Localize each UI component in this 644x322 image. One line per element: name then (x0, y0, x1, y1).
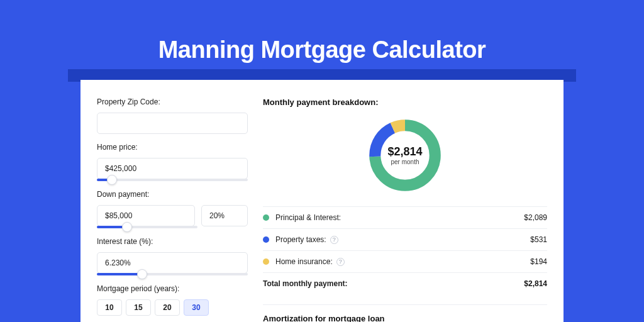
inputs-column: Property Zip Code: Home price: Down paym… (97, 97, 248, 322)
legend-row-insurance: Home insurance: ? $194 (263, 251, 547, 273)
amortization-title: Amortization for mortgage loan (263, 314, 547, 322)
term-option-10[interactable]: 10 (97, 299, 122, 316)
down-slider-thumb[interactable] (122, 222, 132, 232)
down-slider[interactable] (97, 226, 197, 228)
legend-row-total: Total monthly payment: $2,814 (263, 273, 547, 294)
term-option-30[interactable]: 30 (184, 299, 209, 316)
price-label: Home price: (97, 143, 248, 152)
down-amount-input[interactable] (97, 205, 195, 226)
down-percent-input[interactable] (201, 205, 248, 226)
legend-name: Property taxes: (275, 235, 326, 244)
legend-value: $531 (530, 235, 547, 244)
dot-icon (263, 236, 269, 243)
breakdown-column: Monthly payment breakdown: $2,814 per mo… (263, 97, 547, 322)
rate-slider[interactable] (97, 273, 248, 275)
zip-label: Property Zip Code: (97, 97, 248, 106)
term-group: Mortgage period (years): 10 15 20 30 (97, 284, 248, 316)
donut-chart-wrap: $2,814 per month (263, 113, 547, 206)
breakdown-title: Monthly payment breakdown: (263, 97, 547, 107)
dot-icon (263, 258, 269, 265)
info-icon[interactable]: ? (330, 236, 338, 244)
zip-input[interactable] (97, 113, 248, 134)
price-group: Home price: (97, 143, 248, 181)
term-options: 10 15 20 30 (97, 299, 248, 316)
legend-name: Home insurance: (275, 257, 333, 266)
legend-name: Total monthly payment: (263, 279, 347, 288)
page-title: Manning Mortgage Calculator (0, 36, 644, 64)
down-group: Down payment: (97, 190, 248, 228)
legend-value: $2,089 (524, 213, 547, 222)
rate-input[interactable] (97, 252, 248, 274)
rate-slider-thumb[interactable] (137, 269, 147, 279)
donut-chart: $2,814 per month (365, 116, 445, 195)
donut-center-amount: $2,814 (387, 145, 422, 158)
legend-value: $2,814 (524, 279, 547, 288)
term-option-20[interactable]: 20 (155, 299, 180, 316)
legend-row-taxes: Property taxes: ? $531 (263, 229, 547, 251)
price-slider[interactable] (97, 179, 248, 181)
legend-name: Principal & Interest: (275, 213, 341, 222)
donut-center: $2,814 per month (365, 116, 445, 195)
term-label: Mortgage period (years): (97, 284, 248, 293)
price-input[interactable] (97, 158, 248, 179)
calculator-card: Property Zip Code: Home price: Down paym… (80, 80, 564, 322)
rate-slider-fill (97, 273, 142, 275)
legend-row-principal: Principal & Interest: $2,089 (263, 207, 547, 229)
term-option-15[interactable]: 15 (126, 299, 151, 316)
dot-icon (263, 214, 269, 221)
legend-value: $194 (530, 257, 547, 266)
donut-center-sub: per month (391, 158, 419, 165)
down-label: Down payment: (97, 190, 248, 199)
zip-group: Property Zip Code: (97, 97, 248, 134)
breakdown-legend: Principal & Interest: $2,089 Property ta… (263, 206, 547, 294)
price-slider-thumb[interactable] (107, 175, 117, 185)
rate-group: Interest rate (%): (97, 237, 248, 275)
info-icon[interactable]: ? (336, 258, 345, 266)
amortization-section: Amortization for mortgage loan Amortizat… (263, 304, 547, 322)
rate-label: Interest rate (%): (97, 237, 248, 246)
